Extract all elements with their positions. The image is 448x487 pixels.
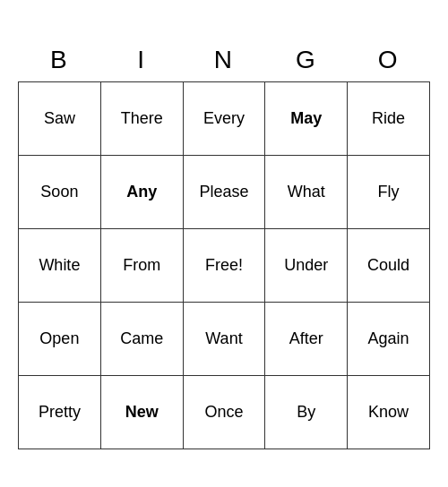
bingo-cell: Know — [348, 376, 430, 449]
bingo-cell: From — [100, 229, 183, 303]
bingo-header-row: B I N G O — [19, 38, 430, 82]
bingo-cell: Soon — [19, 156, 101, 229]
bingo-cell: Please — [183, 156, 265, 229]
table-row: SoonAnyPleaseWhatFly — [19, 156, 430, 229]
bingo-card: B I N G O SawThereEveryMayRideSoonAnyPle… — [9, 29, 439, 459]
bingo-table: B I N G O SawThereEveryMayRideSoonAnyPle… — [18, 38, 430, 450]
bingo-cell: May — [265, 82, 348, 156]
bingo-cell: By — [265, 376, 348, 449]
bingo-cell: White — [19, 229, 101, 303]
header-o: O — [348, 38, 430, 82]
header-b: B — [19, 38, 101, 82]
bingo-cell: Under — [265, 229, 348, 303]
bingo-cell: Fly — [348, 156, 430, 229]
bingo-cell: Want — [183, 303, 265, 376]
bingo-body: SawThereEveryMayRideSoonAnyPleaseWhatFly… — [19, 82, 430, 449]
bingo-cell: Came — [100, 303, 183, 376]
table-row: SawThereEveryMayRide — [19, 82, 430, 156]
bingo-cell: New — [100, 376, 183, 449]
bingo-cell: Saw — [19, 82, 101, 156]
bingo-cell: What — [265, 156, 348, 229]
bingo-cell: There — [100, 82, 183, 156]
bingo-cell: Ride — [348, 82, 430, 156]
table-row: WhiteFromFree!UnderCould — [19, 229, 430, 303]
header-g: G — [265, 38, 348, 82]
bingo-cell: Open — [19, 303, 101, 376]
bingo-cell: Again — [348, 303, 430, 376]
bingo-cell: Once — [183, 376, 265, 449]
header-n: N — [183, 38, 265, 82]
bingo-cell: Every — [183, 82, 265, 156]
header-i: I — [100, 38, 183, 82]
table-row: OpenCameWantAfterAgain — [19, 303, 430, 376]
bingo-cell: Pretty — [19, 376, 101, 449]
bingo-cell: Could — [348, 229, 430, 303]
table-row: PrettyNewOnceByKnow — [19, 376, 430, 449]
bingo-cell: Free! — [183, 229, 265, 303]
bingo-cell: Any — [100, 156, 183, 229]
bingo-cell: After — [265, 303, 348, 376]
